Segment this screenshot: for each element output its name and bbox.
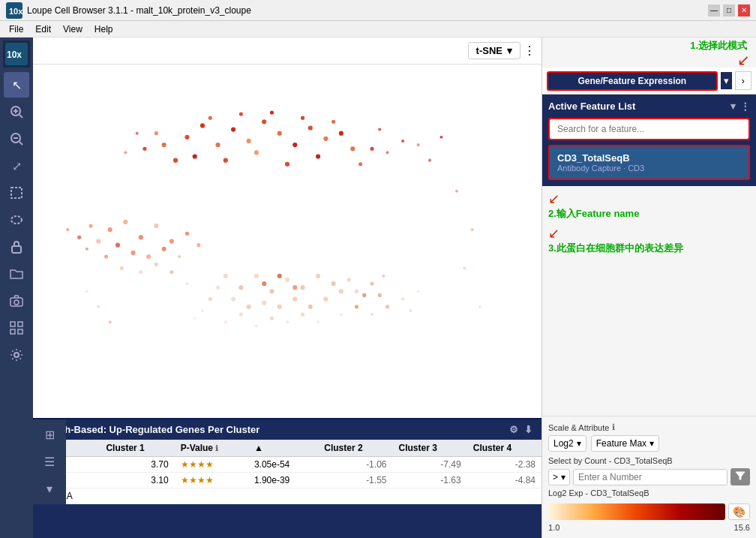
feature-max-dropdown-icon: ▾ — [650, 438, 654, 449]
minimize-button[interactable]: — — [708, 5, 720, 17]
svg-point-30 — [308, 125, 313, 130]
viz-dropdown-icon[interactable]: ▾ — [507, 45, 512, 56]
svg-point-97 — [208, 297, 212, 301]
svg-rect-17 — [18, 322, 22, 326]
count-op-icon: ▾ — [561, 472, 566, 482]
svg-point-33 — [224, 158, 228, 163]
svg-point-52 — [401, 140, 404, 143]
col-sort[interactable]: ▲ — [248, 440, 318, 457]
svg-point-73 — [86, 248, 88, 251]
lock-tool[interactable] — [4, 234, 29, 260]
feature-search-input[interactable] — [550, 119, 748, 139]
menu-view[interactable]: View — [57, 23, 88, 36]
list-tab[interactable]: ☰ — [37, 449, 62, 474]
tsne-plot — [33, 65, 542, 418]
svg-point-88 — [231, 296, 236, 301]
left-toolbar: 10x ↖ ⤢ — [0, 38, 33, 538]
col-c2: Cluster 2 — [318, 440, 392, 457]
svg-point-22 — [184, 135, 189, 140]
feature-sub: Antibody Capture · CD3 — [557, 164, 741, 173]
zoom-out-tool[interactable] — [4, 126, 29, 152]
tenx-logo: 10x — [5, 43, 28, 65]
fit-tool[interactable]: ⤢ — [4, 153, 29, 179]
select-tool[interactable]: ↖ — [4, 72, 29, 98]
svg-point-126 — [463, 266, 466, 269]
svg-point-15 — [14, 300, 19, 305]
feature-list-dropdown[interactable]: ▾ — [730, 101, 736, 112]
filter-icon[interactable]: ⚙ — [509, 424, 518, 435]
svg-point-12 — [11, 216, 22, 224]
svg-point-76 — [120, 266, 124, 270]
log2-select[interactable]: Log2 ▾ — [548, 435, 586, 452]
svg-point-79 — [170, 270, 173, 274]
svg-point-56 — [428, 159, 431, 162]
svg-point-106 — [378, 293, 382, 297]
svg-point-53 — [124, 151, 127, 154]
menu-file[interactable]: File — [3, 23, 29, 36]
svg-point-41 — [208, 116, 212, 120]
svg-point-62 — [170, 239, 174, 243]
svg-point-38 — [173, 158, 178, 163]
bottom-panel-title: Graph-Based: Up-Regulated Genes Per Clus… — [42, 424, 260, 435]
download-icon[interactable]: ⬇ — [524, 424, 532, 435]
rect-select-tool[interactable] — [4, 180, 29, 206]
count-number-input[interactable] — [573, 469, 728, 485]
exp-label: Log2 Exp - CD3_TotalSeqB — [548, 488, 750, 497]
menu-help[interactable]: Help — [88, 23, 119, 36]
titlebar: 10x Loupe Cell Browser 3.1.1 - malt_10k_… — [0, 0, 756, 21]
svg-rect-11 — [11, 188, 22, 198]
svg-point-130 — [86, 290, 88, 293]
grid-tab[interactable]: ⊞ — [37, 422, 62, 447]
search-box-container — [548, 118, 750, 140]
svg-point-37 — [162, 143, 166, 147]
camera-tool[interactable] — [4, 288, 29, 314]
svg-point-51 — [386, 151, 388, 154]
settings-tool[interactable] — [4, 342, 29, 368]
maximize-button[interactable]: □ — [723, 5, 735, 17]
svg-point-59 — [123, 220, 128, 224]
menu-edit[interactable]: Edit — [29, 23, 57, 36]
row-c1: 3.10 — [100, 473, 174, 488]
row-c3: -1.63 — [392, 473, 466, 488]
mode-next-button[interactable]: › — [735, 71, 752, 90]
filter-button[interactable] — [730, 468, 750, 485]
zoom-in-tool[interactable] — [4, 99, 29, 125]
gradient-max: 15.6 — [734, 523, 750, 532]
mode-dropdown-button[interactable]: ▾ — [721, 72, 732, 89]
svg-point-114 — [262, 281, 266, 286]
svg-point-99 — [355, 290, 358, 293]
viz-header: t-SNE ▾ ⋮ — [33, 38, 542, 65]
svg-point-80 — [224, 274, 228, 278]
feature-item[interactable]: CD3_TotalSeqB Antibody Capture · CD3 — [548, 145, 750, 180]
count-label: Select by Count - CD3_TotalSeqB — [548, 456, 750, 465]
down-tab[interactable]: ▾ — [37, 476, 62, 501]
zoom-in-icon — [10, 105, 23, 119]
palette-button[interactable]: 🎨 — [728, 503, 750, 520]
svg-point-78 — [154, 263, 158, 266]
svg-point-48 — [358, 162, 362, 166]
grid-tool[interactable] — [4, 315, 29, 341]
scale-section: Scale & Attribute ℹ Log2 ▾ Feature Max ▾… — [542, 416, 756, 538]
viz-canvas — [33, 65, 542, 418]
viz-more-button[interactable]: ⋮ — [524, 44, 536, 58]
feature-list-more[interactable]: ⋮ — [740, 101, 750, 112]
camera-icon — [10, 295, 23, 307]
log2-label: Log2 — [554, 438, 574, 449]
svg-rect-16 — [10, 322, 15, 326]
col-c3: Cluster 3 — [392, 440, 466, 457]
close-button[interactable]: ✕ — [738, 5, 750, 17]
svg-point-34 — [254, 150, 259, 155]
mode-button[interactable]: Gene/Feature Expression — [547, 71, 718, 91]
folder-tool[interactable] — [4, 261, 29, 287]
row-c1 — [100, 488, 174, 504]
svg-point-91 — [278, 305, 282, 309]
row-c3 — [392, 488, 466, 504]
annotation-arrow-3: ↙ — [548, 227, 750, 240]
count-op-select[interactable]: > ▾ — [548, 469, 570, 485]
svg-rect-21 — [33, 76, 542, 407]
feature-list-title: Active Feature List — [548, 101, 635, 112]
svg-point-96 — [216, 286, 220, 290]
lasso-tool[interactable] — [4, 207, 29, 233]
feature-max-select[interactable]: Feature Max ▾ — [591, 435, 659, 452]
svg-point-60 — [139, 235, 143, 239]
